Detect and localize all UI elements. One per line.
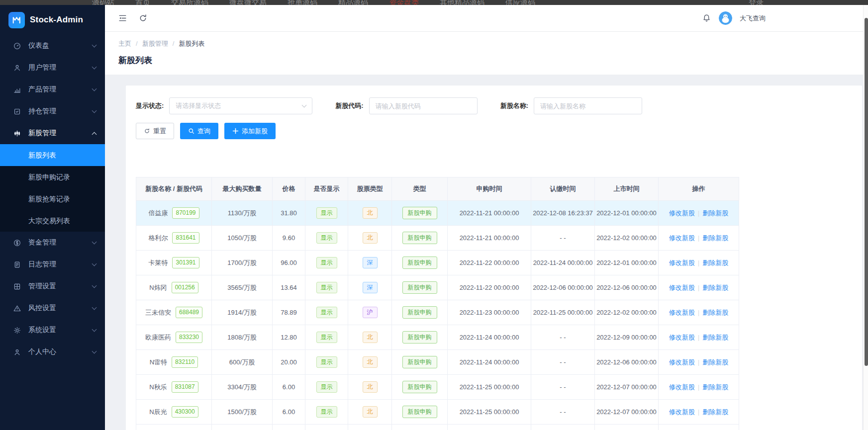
max-buy-cell: 1130/万股 bbox=[212, 201, 273, 226]
delete-stock-link[interactable]: 删除新股 bbox=[702, 234, 728, 242]
sidebar-item-risk[interactable]: 风控设置 bbox=[0, 297, 105, 319]
breadcrumb-separator: / bbox=[136, 40, 138, 47]
delete-stock-link[interactable]: 删除新股 bbox=[702, 259, 728, 266]
dashboard-icon bbox=[13, 41, 22, 50]
watermark-link[interactable]: 微盘微交易 bbox=[229, 0, 267, 5]
pay-time-cell: 2022-12-08 16:23:37 bbox=[531, 201, 595, 226]
sidebar-subitem[interactable]: 新股抢筹记录 bbox=[0, 188, 105, 210]
stock-name: 倍益康 bbox=[148, 209, 168, 218]
delete-stock-link[interactable]: 删除新股 bbox=[702, 408, 728, 416]
delete-stock-link[interactable]: 删除新股 bbox=[702, 383, 728, 391]
delete-stock-link[interactable]: 删除新股 bbox=[702, 334, 728, 341]
pay-time-cell: - - bbox=[531, 350, 595, 375]
edit-stock-link[interactable]: 修改新股 bbox=[669, 209, 695, 217]
sidebar-item-profile[interactable]: 个人中心 bbox=[0, 341, 105, 363]
avatar[interactable] bbox=[719, 11, 732, 25]
sidebar-item-newstock[interactable]: 新股管理 bbox=[0, 122, 105, 144]
edit-stock-link[interactable]: 修改新股 bbox=[669, 334, 695, 341]
watermark-link[interactable]: 供应源码 bbox=[505, 0, 535, 5]
breadcrumb-item[interactable]: 主页 bbox=[118, 40, 131, 47]
delete-stock-link[interactable]: 删除新股 bbox=[702, 209, 728, 217]
delete-stock-link[interactable]: 删除新股 bbox=[702, 284, 728, 291]
sidebar-item-label: 资金管理 bbox=[28, 238, 93, 247]
stock-name: N炜冈 bbox=[149, 283, 167, 292]
sidebar-item-products[interactable]: 产品管理 bbox=[0, 79, 105, 100]
watermark-link[interactable]: 精品源码 bbox=[338, 0, 368, 5]
display-status-cell: 显示 bbox=[305, 251, 348, 275]
breadcrumb-item[interactable]: 新股管理 bbox=[142, 40, 168, 47]
column-header: 股票类型 bbox=[348, 177, 392, 201]
username[interactable]: 大飞查询 bbox=[740, 14, 766, 23]
breadcrumb-item: 新股列表 bbox=[179, 40, 204, 47]
sidebar-item-logs[interactable]: 日志管理 bbox=[0, 254, 105, 275]
delete-stock-link[interactable]: 删除新股 bbox=[702, 309, 728, 316]
sidebar-item-label: 系统设置 bbox=[28, 326, 93, 335]
code-input[interactable] bbox=[369, 97, 478, 114]
price-cell: 31.80 bbox=[273, 201, 305, 226]
price-cell: 20.00 bbox=[273, 350, 305, 375]
action-divider: | bbox=[698, 383, 699, 391]
watermark-link[interactable]: 交易所源码 bbox=[171, 0, 208, 5]
watermark-link[interactable]: 源码站 bbox=[92, 0, 114, 5]
watermark-link[interactable]: 其他精品源码 bbox=[440, 0, 484, 5]
table-row: 倍益康8701991130/万股31.80显示北新股申购2022-11-21 0… bbox=[136, 201, 739, 226]
sidebar-item-positions[interactable]: 持仓管理 bbox=[0, 100, 105, 122]
sidebar-item-funds[interactable]: 资金管理 bbox=[0, 232, 105, 254]
edit-stock-link[interactable]: 修改新股 bbox=[669, 259, 695, 266]
add-stock-button[interactable]: 添加新股 bbox=[224, 123, 276, 139]
max-buy-cell: 3304/万股 bbox=[212, 375, 273, 400]
display-status-badge: 显示 bbox=[316, 356, 337, 368]
edit-stock-link[interactable]: 修改新股 bbox=[669, 383, 695, 391]
sidebar-subitem[interactable]: 新股列表 bbox=[0, 144, 105, 166]
sidebar-subitem[interactable]: 大宗交易列表 bbox=[0, 210, 105, 232]
status-select[interactable]: 请选择显示状态 bbox=[169, 97, 312, 114]
actions-cell: 修改新股|删除新股 bbox=[659, 275, 739, 300]
watermark-link[interactable]: 抢单源码 bbox=[288, 0, 317, 5]
reset-button[interactable]: 重置 bbox=[136, 123, 174, 139]
watermark-link[interactable]: 登录 bbox=[749, 0, 764, 5]
bell-icon[interactable] bbox=[702, 13, 711, 23]
sidebar-item-dashboard[interactable]: 仪表盘 bbox=[0, 35, 105, 57]
status-filter-label: 显示状态: bbox=[136, 101, 164, 110]
watermark-link[interactable]: 资金盘类 bbox=[389, 0, 419, 5]
page-scrollbar[interactable] bbox=[863, 5, 868, 430]
edit-stock-link[interactable]: 修改新股 bbox=[669, 408, 695, 416]
delete-stock-link[interactable]: 删除新股 bbox=[702, 358, 728, 366]
edit-stock-link[interactable]: 修改新股 bbox=[669, 234, 695, 242]
scrollbar-thumb[interactable] bbox=[865, 18, 868, 366]
max-buy-cell: 1500/万股 bbox=[212, 400, 273, 425]
sidebar-item-label: 风控设置 bbox=[28, 304, 93, 313]
search-button[interactable]: 查询 bbox=[180, 123, 218, 139]
chevron-down-icon bbox=[92, 108, 97, 113]
sidebar-subitem[interactable]: 新股申购记录 bbox=[0, 166, 105, 188]
max-buy-cell: 1050/万股 bbox=[212, 226, 273, 251]
type-cell: 新股申购 bbox=[392, 375, 448, 400]
plus-icon bbox=[232, 128, 239, 134]
display-status-cell: 显示 bbox=[305, 350, 348, 375]
price-cell: 14.20 bbox=[273, 425, 305, 430]
sidebar-item-system[interactable]: 系统设置 bbox=[0, 319, 105, 341]
market-type-cell: 北 bbox=[348, 201, 392, 226]
edit-stock-link[interactable]: 修改新股 bbox=[669, 309, 695, 316]
subscription-type-badge: 新股申购 bbox=[402, 306, 437, 319]
market-type-badge: 北 bbox=[363, 207, 378, 219]
name-input[interactable] bbox=[534, 97, 642, 114]
pay-time-cell: - - bbox=[531, 325, 595, 350]
display-status-badge: 显示 bbox=[316, 257, 337, 268]
refresh-icon[interactable] bbox=[138, 13, 148, 23]
watermark-link[interactable]: 首页 bbox=[135, 0, 150, 5]
display-status-cell: 显示 bbox=[305, 425, 348, 430]
table-row: 三未信安6884891914/万股78.89显示沪新股申购2022-11-23 … bbox=[136, 300, 739, 325]
type-cell: 新股申购 bbox=[392, 275, 448, 300]
action-divider: | bbox=[698, 234, 699, 242]
edit-stock-link[interactable]: 修改新股 bbox=[669, 358, 695, 366]
market-type-cell: 北 bbox=[348, 425, 392, 430]
app-logo[interactable]: Stock-Admin bbox=[0, 5, 105, 35]
sidebar-item-users[interactable]: 用户管理 bbox=[0, 57, 105, 79]
list-time-cell: 2022-12-07 00:00:00 bbox=[595, 375, 659, 400]
sidebar-item-label: 产品管理 bbox=[28, 85, 93, 94]
display-status-cell: 显示 bbox=[305, 325, 348, 350]
edit-stock-link[interactable]: 修改新股 bbox=[669, 284, 695, 291]
sidebar-item-adminset[interactable]: 管理设置 bbox=[0, 275, 105, 297]
collapse-sidebar-icon[interactable] bbox=[118, 13, 127, 23]
